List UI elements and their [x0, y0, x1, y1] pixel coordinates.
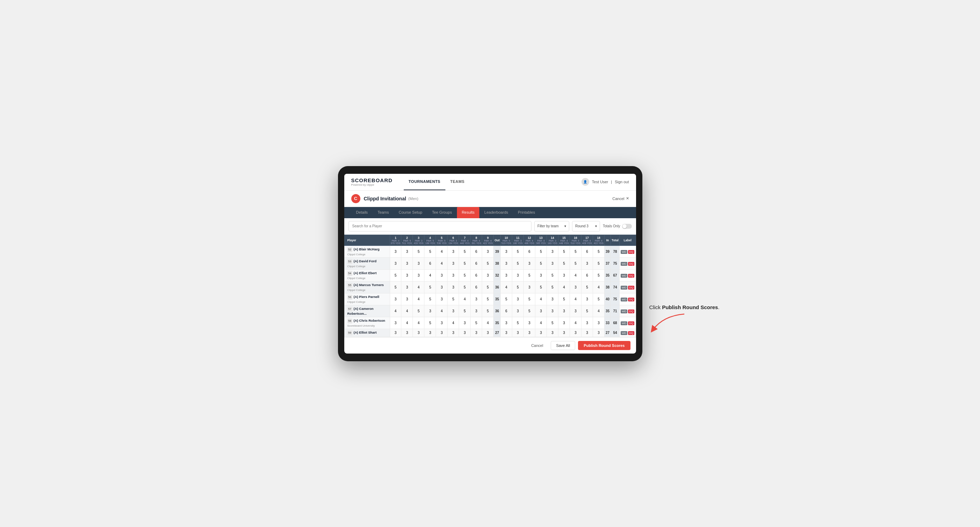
hole-18-input[interactable]	[595, 250, 602, 254]
hole-9-score[interactable]	[482, 257, 494, 269]
hole-1-score[interactable]	[390, 329, 401, 337]
hole-10-score[interactable]	[501, 293, 512, 305]
hole-18-score[interactable]	[593, 317, 604, 329]
hole-7-score[interactable]	[459, 281, 471, 293]
hole-4-input[interactable]	[426, 250, 433, 254]
hole-13-score[interactable]	[535, 281, 547, 293]
hole-1-input[interactable]	[392, 273, 399, 277]
hole-17-score[interactable]	[581, 305, 593, 317]
wd-label[interactable]: WD	[620, 321, 627, 325]
hole-10-input[interactable]	[503, 297, 510, 301]
hole-7-score[interactable]	[459, 293, 471, 305]
hole-15-input[interactable]	[560, 262, 568, 265]
hole-7-input[interactable]	[461, 285, 468, 289]
hole-15-input[interactable]	[560, 309, 568, 313]
hole-10-input[interactable]	[503, 273, 510, 277]
hole-13-input[interactable]	[538, 297, 544, 301]
nav-teams[interactable]: TEAMS	[445, 174, 469, 190]
hole-14-input[interactable]	[549, 297, 556, 301]
hole-14-input[interactable]	[549, 309, 556, 313]
hole-3-input[interactable]	[415, 321, 422, 325]
hole-9-input[interactable]	[484, 297, 491, 301]
hole-14-input[interactable]	[549, 250, 556, 254]
hole-7-input[interactable]	[461, 262, 468, 265]
hole-2-score[interactable]	[401, 281, 413, 293]
hole-1-input[interactable]	[392, 297, 399, 301]
wd-label[interactable]: WD	[620, 298, 627, 302]
hole-17-score[interactable]	[581, 317, 593, 329]
hole-15-score[interactable]	[558, 293, 570, 305]
hole-5-score[interactable]	[436, 246, 447, 257]
hole-13-score[interactable]	[535, 293, 547, 305]
hole-7-score[interactable]	[459, 269, 471, 281]
hole-5-score[interactable]	[436, 269, 447, 281]
hole-10-input[interactable]	[503, 321, 510, 325]
hole-1-input[interactable]	[392, 321, 399, 325]
hole-3-input[interactable]	[415, 285, 422, 289]
hole-13-input[interactable]	[538, 309, 544, 313]
save-all-button[interactable]: Save All	[551, 341, 575, 350]
hole-12-score[interactable]	[524, 293, 535, 305]
hole-11-input[interactable]	[514, 331, 521, 335]
hole-6-input[interactable]	[450, 309, 457, 313]
sign-out-link[interactable]: Sign out	[615, 180, 629, 184]
hole-17-input[interactable]	[584, 273, 590, 277]
hole-18-score[interactable]	[593, 257, 604, 269]
hole-13-score[interactable]	[535, 317, 547, 329]
hole-9-score[interactable]	[482, 269, 494, 281]
hole-1-input[interactable]	[392, 250, 399, 254]
hole-1-score[interactable]	[390, 246, 401, 257]
hole-17-score[interactable]	[581, 281, 593, 293]
hole-12-score[interactable]	[524, 257, 535, 269]
tab-teams[interactable]: Teams	[372, 207, 394, 218]
hole-6-score[interactable]	[447, 293, 459, 305]
hole-4-score[interactable]	[425, 257, 436, 269]
hole-7-input[interactable]	[461, 321, 468, 325]
hole-16-score[interactable]	[570, 257, 581, 269]
hole-6-score[interactable]	[447, 269, 459, 281]
hole-14-score[interactable]	[547, 246, 558, 257]
hole-13-input[interactable]	[538, 331, 544, 335]
hole-3-input[interactable]	[415, 309, 422, 313]
hole-3-input[interactable]	[415, 331, 422, 335]
hole-9-input[interactable]	[484, 321, 491, 325]
hole-5-input[interactable]	[438, 321, 445, 325]
hole-14-input[interactable]	[549, 262, 556, 265]
hole-5-score[interactable]	[436, 329, 447, 337]
hole-3-score[interactable]	[413, 305, 425, 317]
hole-3-input[interactable]	[415, 273, 422, 277]
hole-4-score[interactable]	[425, 281, 436, 293]
hole-3-input[interactable]	[415, 297, 422, 301]
hole-11-input[interactable]	[514, 321, 521, 325]
hole-1-score[interactable]	[390, 281, 401, 293]
hole-7-score[interactable]	[459, 246, 471, 257]
hole-15-score[interactable]	[558, 257, 570, 269]
hole-9-input[interactable]	[484, 262, 491, 265]
hole-8-score[interactable]	[471, 305, 482, 317]
cancel-tournament-button[interactable]: Cancel ✕	[612, 196, 629, 201]
hole-17-input[interactable]	[584, 250, 590, 254]
hole-4-input[interactable]	[426, 321, 433, 325]
search-input[interactable]	[348, 221, 532, 232]
hole-11-score[interactable]	[512, 305, 524, 317]
hole-15-input[interactable]	[560, 250, 568, 254]
hole-16-input[interactable]	[572, 297, 579, 301]
hole-8-score[interactable]	[471, 246, 482, 257]
hole-17-input[interactable]	[584, 309, 590, 313]
hole-11-input[interactable]	[514, 285, 521, 289]
hole-1-input[interactable]	[392, 262, 399, 265]
hole-4-score[interactable]	[425, 293, 436, 305]
hole-16-input[interactable]	[572, 331, 579, 335]
hole-1-score[interactable]	[390, 257, 401, 269]
hole-2-input[interactable]	[403, 285, 410, 289]
hole-17-input[interactable]	[584, 285, 590, 289]
hole-11-score[interactable]	[512, 317, 524, 329]
hole-7-score[interactable]	[459, 305, 471, 317]
hole-13-input[interactable]	[538, 273, 544, 277]
hole-16-input[interactable]	[572, 262, 579, 265]
hole-11-input[interactable]	[514, 309, 521, 313]
hole-13-score[interactable]	[535, 329, 547, 337]
hole-17-input[interactable]	[584, 297, 590, 301]
hole-7-input[interactable]	[461, 250, 468, 254]
hole-12-input[interactable]	[526, 285, 533, 289]
